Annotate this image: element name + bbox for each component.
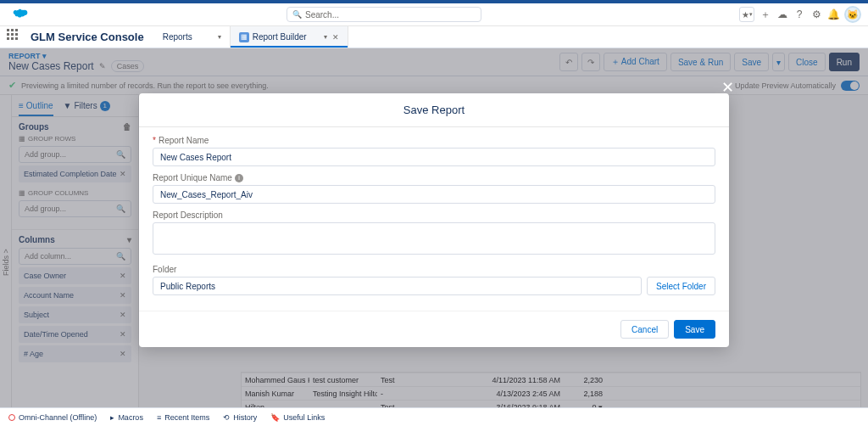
utility-bar: Omni-Channel (Offline) ▸Macros ≡Recent I… <box>0 407 868 426</box>
global-search[interactable]: 🔍 Search... <box>287 7 481 22</box>
macros-item[interactable]: ▸Macros <box>110 413 143 422</box>
avatar[interactable]: 🐱 <box>844 6 861 23</box>
help-icon[interactable]: ? <box>793 8 805 20</box>
tab-report-builder[interactable]: ▦ Report Builder ▾ ✕ <box>231 26 348 48</box>
unique-name-label: Report Unique Name <box>153 173 232 182</box>
plus-icon[interactable]: ＋ <box>760 8 771 20</box>
notifications-icon[interactable]: 🔔 <box>827 8 839 20</box>
report-name-label: Report Name <box>159 136 209 145</box>
report-name-input[interactable] <box>153 148 715 166</box>
folder-label: Folder <box>153 265 176 274</box>
description-input[interactable] <box>153 222 715 255</box>
close-tab-icon[interactable]: ✕ <box>332 33 339 42</box>
folder-input[interactable] <box>153 277 642 295</box>
chevron-down-icon: ▾ <box>324 33 327 41</box>
app-name: GLM Service Console <box>31 31 144 43</box>
global-header: 🔍 Search... ★▾ ＋ ☁ ? ⚙ 🔔 🐱 <box>0 3 868 26</box>
favorites-button[interactable]: ★▾ <box>739 7 754 22</box>
status-offline-icon <box>8 414 15 421</box>
help-icon[interactable]: i <box>235 174 243 182</box>
setup-icon[interactable]: ⚙ <box>810 8 822 20</box>
chevron-down-icon: ▾ <box>218 33 221 41</box>
recent-items[interactable]: ≡Recent Items <box>157 413 209 422</box>
unique-name-input[interactable] <box>153 185 715 204</box>
search-icon: 🔍 <box>292 10 302 19</box>
tab-reports[interactable]: Reports ▾ <box>154 26 231 48</box>
close-modal-icon[interactable]: ✕ <box>721 78 734 97</box>
app-launcher-icon[interactable] <box>7 29 24 46</box>
report-icon: ▦ <box>239 32 249 42</box>
modal-title: Save Report <box>139 93 729 127</box>
trail-icon[interactable]: ☁ <box>776 8 788 20</box>
description-label: Report Description <box>153 210 223 220</box>
history-item[interactable]: ⟲History <box>223 413 257 422</box>
useful-links-item[interactable]: 🔖Useful Links <box>270 413 325 422</box>
salesforce-logo <box>10 8 29 21</box>
cancel-button[interactable]: Cancel <box>620 320 669 339</box>
save-report-modal: ✕ Save Report *Report Name Report Unique… <box>139 93 729 347</box>
app-nav: GLM Service Console Reports ▾ ▦ Report B… <box>0 26 868 48</box>
omni-channel-item[interactable]: Omni-Channel (Offline) <box>8 413 97 422</box>
select-folder-button[interactable]: Select Folder <box>647 277 715 295</box>
save-modal-button[interactable]: Save <box>674 320 715 339</box>
